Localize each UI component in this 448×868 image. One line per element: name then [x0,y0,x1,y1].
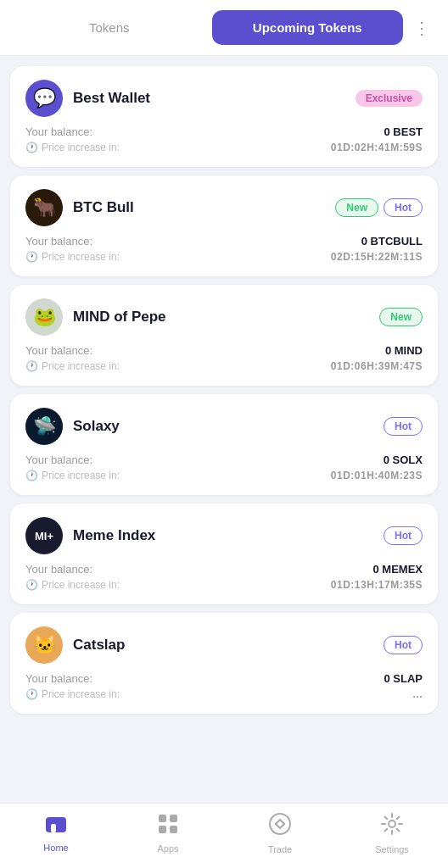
svg-point-7 [389,821,395,827]
balance-value: 0 SOLX [384,453,423,466]
balance-value: 0 MIND [385,344,423,357]
nav-apps[interactable]: Apps [143,813,193,854]
bottom-navigation: Home Apps Trade S [0,803,448,868]
token-balance-row: Your balance: 0 MIND [25,344,423,357]
token-card-solaxy[interactable]: 🛸 Solaxy Hot Your balance: 0 SOLX 🕐 Pric… [10,394,438,495]
timer-label: 🕐 Price increase in: [25,251,120,263]
nav-home-label: Home [43,843,68,853]
token-name: MIND of Pepe [73,309,166,326]
token-avatar: MI+ [25,517,63,554]
token-header: 🐸 MIND of Pepe New [25,298,423,336]
token-card-memeindex[interactable]: MI+ Meme Index Hot Your balance: 0 MEMEX… [10,504,438,604]
clock-icon: 🕐 [25,142,38,153]
token-avatar: 🛸 [25,408,63,445]
token-header: MI+ Meme Index Hot [25,517,423,554]
badge-hot: Hot [384,198,423,217]
svg-rect-2 [159,815,166,822]
tab-tokens[interactable]: Tokens [14,10,205,45]
timer-label: 🕐 Price increase in: [25,688,120,700]
nav-apps-label: Apps [157,843,178,854]
nav-settings[interactable]: Settings [367,812,417,854]
token-header: 🐱 Catslap Hot [25,626,423,664]
token-avatar: 🐱 [25,626,63,664]
token-badges: Hot [384,417,423,436]
token-badges: NewHot [335,198,423,217]
token-left: MI+ Meme Index [25,517,155,554]
token-left: 🛸 Solaxy [25,408,120,445]
badge-exclusive: Exclusive [356,90,423,107]
token-list: 💬 Best Wallet Exclusive Your balance: 0 … [0,56,448,782]
token-left: 🐸 MIND of Pepe [25,298,166,336]
balance-label: Your balance: [25,563,92,576]
balance-label: Your balance: [25,453,92,466]
balance-value: 0 BEST [384,125,423,138]
badge-new: New [335,198,378,217]
token-card-catslap[interactable]: 🐱 Catslap Hot Your balance: 0 SLAP 🕐 Pri… [10,613,438,714]
clock-icon: 🕐 [25,251,38,263]
token-timer-row: 🕐 Price increase in: 01D:01H:40M:23S [25,470,423,481]
badge-new: New [379,308,423,326]
token-badges: Hot [384,526,423,545]
timer-label: 🕐 Price increase in: [25,142,120,153]
balance-label: Your balance: [25,672,92,685]
badge-hot: Hot [384,526,423,545]
clock-icon: 🕐 [25,470,38,481]
balance-value: 0 BTCBULL [361,235,423,248]
home-icon [44,814,68,839]
token-timer-row: 🕐 Price increase in: ... [25,688,423,700]
svg-point-6 [270,814,290,834]
timer-value: 02D:15H:22M:11S [331,251,423,263]
token-balance-row: Your balance: 0 SLAP [25,672,423,685]
svg-rect-3 [170,815,177,822]
balance-label: Your balance: [25,344,92,357]
token-avatar: 🐂 [25,189,63,226]
trade-icon [268,812,292,841]
token-balance-row: Your balance: 0 SOLX [25,453,423,466]
token-balance-row: Your balance: 0 BEST [25,125,423,138]
balance-label: Your balance: [25,235,92,248]
nav-trade[interactable]: Trade [255,812,305,854]
token-name: Catslap [73,637,125,654]
apps-icon [157,813,179,840]
svg-rect-4 [159,826,166,833]
token-card-bestwallet[interactable]: 💬 Best Wallet Exclusive Your balance: 0 … [10,66,438,167]
token-card-btcbull[interactable]: 🐂 BTC Bull NewHot Your balance: 0 BTCBUL… [10,175,438,276]
token-left: 🐂 BTC Bull [25,189,134,226]
clock-icon: 🕐 [25,688,38,700]
token-card-mindpepe[interactable]: 🐸 MIND of Pepe New Your balance: 0 MIND … [10,285,438,386]
tab-bar: Tokens Upcoming Tokens ⋮ [0,0,448,56]
tab-upcoming-tokens[interactable]: Upcoming Tokens [212,10,404,45]
token-name: BTC Bull [73,199,134,216]
nav-home[interactable]: Home [31,814,81,853]
token-badges: New [379,308,423,326]
token-timer-row: 🕐 Price increase in: 01D:02H:41M:59S [25,142,423,153]
nav-trade-label: Trade [268,844,292,854]
token-name: Meme Index [73,527,155,544]
more-button[interactable]: ⋮ [410,18,434,38]
timer-value: 01D:13H:17M:35S [331,579,423,591]
token-balance-row: Your balance: 0 BTCBULL [25,235,423,248]
token-header: 💬 Best Wallet Exclusive [25,80,423,117]
token-name: Best Wallet [73,90,150,107]
badge-hot: Hot [384,417,423,436]
timer-value: 01D:02H:41M:59S [331,142,423,153]
token-timer-row: 🕐 Price increase in: 01D:06H:39M:47S [25,360,423,372]
token-timer-row: 🕐 Price increase in: 02D:15H:22M:11S [25,251,423,263]
svg-rect-5 [170,826,177,833]
token-left: 🐱 Catslap [25,626,125,664]
settings-icon [380,812,404,841]
token-badges: Exclusive [356,90,423,107]
balance-value: 0 MEMEX [372,563,423,576]
token-header: 🛸 Solaxy Hot [25,408,423,445]
badge-hot: Hot [384,636,423,654]
clock-icon: 🕐 [25,579,38,591]
timer-label: 🕐 Price increase in: [25,360,120,372]
token-header: 🐂 BTC Bull NewHot [25,189,423,226]
svg-rect-1 [51,824,56,832]
timer-label: 🕐 Price increase in: [25,579,120,591]
timer-label: 🕐 Price increase in: [25,470,120,481]
nav-settings-label: Settings [375,844,409,854]
balance-value: 0 SLAP [384,672,423,685]
token-avatar: 💬 [25,80,63,117]
timer-value: 01D:01H:40M:23S [331,470,423,481]
